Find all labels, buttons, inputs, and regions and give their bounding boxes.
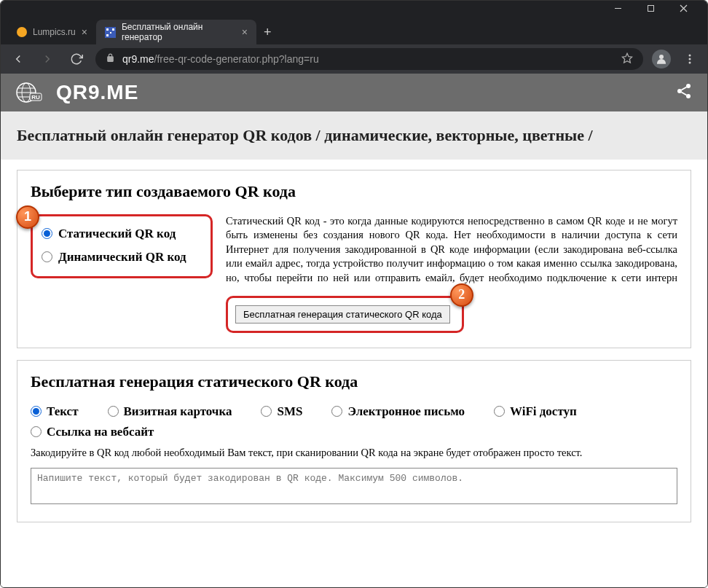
radio-input[interactable]	[108, 406, 119, 417]
radio-input[interactable]	[42, 228, 52, 239]
format-label: WiFi доступ	[510, 404, 577, 419]
help-text: Закодируйте в QR код любой необходимый В…	[31, 447, 677, 459]
lock-icon	[106, 53, 115, 65]
qr-text-input[interactable]	[31, 468, 677, 504]
type-description: Статический QR код - это когда данные ко…	[226, 215, 677, 283]
annotation-badge: 1	[16, 205, 39, 229]
section-legend: Выберите тип создаваемого QR кода	[31, 182, 677, 201]
section-legend: Бесплатная генерация статического QR код…	[31, 372, 677, 391]
url-input[interactable]: qr9.me/free-qr-code-generator.php?lang=r…	[95, 48, 643, 70]
address-bar: qr9.me/free-qr-code-generator.php?lang=r…	[1, 44, 707, 74]
format-label: Текст	[47, 404, 79, 419]
format-label: Ссылка на вебсайт	[47, 425, 154, 439]
svg-marker-9	[622, 53, 632, 63]
radio-input[interactable]	[331, 406, 342, 417]
favicon-icon	[17, 27, 27, 37]
svg-text:RU: RU	[31, 94, 40, 101]
radio-input[interactable]	[31, 406, 42, 417]
svg-point-13	[689, 62, 691, 64]
radio-label: Динамический QR код	[58, 250, 186, 264]
format-sms[interactable]: SMS	[261, 404, 302, 419]
svg-rect-1	[648, 5, 654, 11]
browser-tab[interactable]: Lumpics.ru ×	[8, 20, 96, 44]
svg-point-23	[686, 94, 691, 98]
svg-point-21	[686, 84, 691, 88]
close-tab-icon[interactable]: ×	[242, 26, 248, 38]
site-header: RU QR9.ME	[1, 74, 707, 111]
close-window-button[interactable]	[667, 1, 700, 15]
profile-button[interactable]	[652, 50, 671, 68]
radio-input[interactable]	[42, 251, 52, 262]
tab-title: Бесплатный онлайн генератор	[122, 22, 236, 42]
maximize-button[interactable]	[634, 1, 667, 15]
annotation-badge: 2	[450, 283, 473, 307]
share-icon[interactable]	[675, 82, 693, 103]
radio-input[interactable]	[494, 406, 505, 417]
svg-point-11	[689, 55, 691, 57]
generate-static-button[interactable]: Бесплатная генерация статического QR код…	[235, 305, 450, 324]
static-generation-section: Бесплатная генерация статического QR код…	[17, 360, 691, 522]
forward-button[interactable]	[37, 49, 58, 69]
menu-button[interactable]	[680, 49, 700, 69]
radio-input[interactable]	[31, 426, 42, 437]
browser-tab[interactable]: Бесплатный онлайн генератор ×	[96, 20, 256, 44]
site-title: QR9.ME	[56, 81, 138, 104]
tab-bar: Lumpics.ru × Бесплатный онлайн генератор…	[1, 15, 707, 44]
page-content: RU QR9.ME Бесплатный онлайн генератор QR…	[1, 74, 707, 587]
svg-point-12	[689, 58, 691, 60]
url-text: qr9.me/free-qr-code-generator.php?lang=r…	[122, 53, 319, 65]
format-label: Визитная карточка	[124, 404, 232, 419]
svg-point-22	[677, 89, 682, 93]
svg-rect-5	[106, 28, 109, 31]
language-selector[interactable]: RU	[15, 82, 43, 103]
qr-type-section: Выберите тип создаваемого QR кода 1 Стат…	[17, 170, 691, 348]
back-button[interactable]	[8, 49, 28, 69]
bookmark-icon[interactable]	[621, 52, 633, 66]
reload-button[interactable]	[66, 49, 87, 69]
svg-line-24	[682, 87, 687, 90]
radio-static[interactable]: Статический QR код	[39, 222, 205, 246]
radio-input[interactable]	[261, 406, 272, 417]
svg-rect-6	[112, 28, 114, 31]
tab-title: Lumpics.ru	[33, 27, 76, 37]
format-wifi[interactable]: WiFi доступ	[494, 404, 577, 419]
minimize-button[interactable]	[602, 1, 634, 15]
format-text[interactable]: Текст	[31, 404, 79, 419]
format-vcard[interactable]: Визитная карточка	[108, 404, 232, 419]
svg-rect-7	[106, 34, 109, 36]
favicon-icon	[105, 26, 116, 38]
format-label: SMS	[277, 404, 302, 419]
page-title: Бесплатный онлайн генератор QR кодов / д…	[1, 111, 707, 160]
format-email[interactable]: Электронное письмо	[331, 404, 465, 419]
format-url[interactable]: Ссылка на вебсайт	[31, 425, 154, 439]
close-tab-icon[interactable]: ×	[82, 26, 87, 38]
window-titlebar	[1, 1, 707, 15]
format-label: Электронное письмо	[347, 404, 465, 419]
annotation-highlight-1: 1 Статический QR код Динамический QR код	[31, 214, 213, 278]
svg-line-25	[682, 93, 687, 95]
radio-label: Статический QR код	[58, 227, 176, 241]
annotation-highlight-2: 2 Бесплатная генерация статического QR к…	[226, 296, 464, 333]
svg-point-10	[659, 55, 664, 59]
svg-rect-8	[110, 32, 111, 34]
radio-dynamic[interactable]: Динамический QR код	[39, 246, 205, 269]
new-tab-button[interactable]: +	[256, 25, 279, 44]
